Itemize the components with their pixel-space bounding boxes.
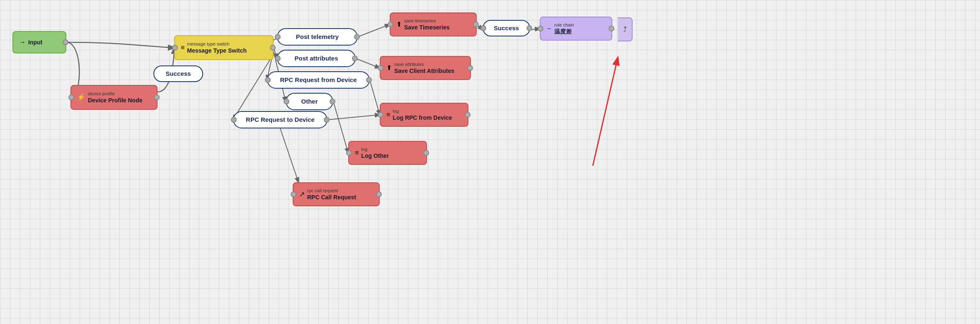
save-attributes-label-top: save attributes xyxy=(394,61,454,67)
rrtd-connector-right[interactable] xyxy=(324,117,330,123)
save-timeseries-node[interactable]: ⬆ save timeseries Save Timeseries xyxy=(390,12,477,36)
device-profile-icon: ⚡ xyxy=(77,93,85,101)
log-other-label-top: log xyxy=(361,146,389,152)
sa-connector-left[interactable] xyxy=(378,65,383,71)
svg-line-0 xyxy=(593,58,618,166)
success-right-label: Success xyxy=(494,24,519,32)
rpc-call-request-icon: ↗ xyxy=(299,190,305,198)
rpc-call-request-node[interactable]: ↗ rpc call request RPC Call Request xyxy=(293,182,380,206)
st-connector-right[interactable] xyxy=(473,22,479,27)
rule-chain-icon: ↔ xyxy=(546,25,552,31)
lo-connector-left[interactable] xyxy=(346,150,352,156)
pt-connector-right[interactable] xyxy=(354,34,360,40)
success-left-label: Success xyxy=(166,70,191,78)
log-other-node[interactable]: ≡ log Log Other xyxy=(348,141,427,165)
log-other-label-bottom: Log Other xyxy=(361,152,389,160)
rcr-connector-right[interactable] xyxy=(376,191,382,197)
success-right-node[interactable]: Success xyxy=(483,20,530,36)
rule-chain-label-top: rule chain xyxy=(554,22,574,28)
log-rpc-label-bottom: Log RPC from Device xyxy=(393,114,452,121)
save-timeseries-icon: ⬆ xyxy=(396,20,402,28)
success-left-node[interactable]: Success xyxy=(153,65,203,82)
log-rpc-label-top: log xyxy=(393,108,452,114)
sr-connector-left[interactable] xyxy=(480,25,486,31)
pa-connector-right[interactable] xyxy=(352,56,358,61)
mts-icon: ≡ xyxy=(181,44,184,51)
device-profile-label-bottom: Device Profile Node xyxy=(88,97,143,104)
log-other-icon: ≡ xyxy=(355,149,359,157)
sa-connector-right[interactable] xyxy=(467,65,473,71)
st-connector-left[interactable] xyxy=(388,22,393,27)
lrpc-connector-right[interactable] xyxy=(465,112,471,118)
post-telemetry-node[interactable]: Post telemetry xyxy=(277,28,358,46)
rpc-call-request-label-bottom: RPC Call Request xyxy=(307,193,356,201)
post-telemetry-label: Post telemetry xyxy=(296,33,339,41)
lrpc-connector-left[interactable] xyxy=(378,112,383,118)
mts-label-top: message type switch xyxy=(187,41,247,47)
save-attributes-node[interactable]: ⬆ save attributes Save Client Attributes xyxy=(380,56,471,80)
rule-chain-external-icon[interactable]: ⤴ xyxy=(618,17,633,41)
mts-connector-left[interactable] xyxy=(172,45,178,51)
input-connector-right[interactable] xyxy=(63,39,68,45)
rpc-request-to-device-node[interactable]: RPC Request to Device xyxy=(233,111,327,128)
device-profile-node[interactable]: ⚡ device profile Device Profile Node xyxy=(70,85,158,110)
message-type-switch-node[interactable]: ≡ message type switch Message Type Switc… xyxy=(174,35,274,60)
post-attributes-label: Post attributes xyxy=(294,54,338,63)
device-profile-connector-right[interactable] xyxy=(154,94,160,100)
rpc-request-to-device-label: RPC Request to Device xyxy=(246,116,315,124)
rrfd-connector-right[interactable] xyxy=(366,77,372,83)
save-timeseries-label-top: save timeseries xyxy=(404,18,450,24)
other-label: Other xyxy=(301,97,318,106)
device-profile-connector-left[interactable] xyxy=(68,94,74,100)
pa-connector-left[interactable] xyxy=(275,56,281,61)
post-attributes-node[interactable]: Post attributes xyxy=(277,50,356,67)
rule-chain-node[interactable]: ↔ rule chain 温度差 xyxy=(540,17,612,41)
input-node[interactable]: → Input xyxy=(12,31,66,53)
lo-connector-right[interactable] xyxy=(423,150,429,156)
log-rpc-node[interactable]: ≡ log Log RPC from Device xyxy=(380,103,468,127)
input-label: Input xyxy=(28,39,42,46)
mts-label-bottom: Message Type Switch xyxy=(187,47,247,54)
save-attributes-label-bottom: Save Client Attributes xyxy=(394,67,454,75)
other-connector-left[interactable] xyxy=(284,99,289,104)
rcr-connector-left[interactable] xyxy=(291,191,296,197)
rpc-request-from-device-node[interactable]: RPC Request from Device xyxy=(267,71,370,89)
rpc-call-request-label-top: rpc call request xyxy=(307,188,356,193)
device-profile-label-top: device profile xyxy=(88,91,143,97)
other-node[interactable]: Other xyxy=(286,93,333,110)
input-icon: → xyxy=(19,39,26,46)
rule-chain-label-bottom: 温度差 xyxy=(554,28,574,35)
rrtd-connector-left[interactable] xyxy=(231,117,237,123)
save-attributes-icon: ⬆ xyxy=(386,64,392,72)
rrfd-connector-left[interactable] xyxy=(265,77,271,83)
mts-connector-right[interactable] xyxy=(270,45,276,51)
log-rpc-icon: ≡ xyxy=(386,111,390,118)
sr-connector-right[interactable] xyxy=(526,25,532,31)
rc-connector-right[interactable] xyxy=(609,26,614,31)
rc-connector-left[interactable] xyxy=(538,26,543,31)
other-connector-right[interactable] xyxy=(330,99,335,104)
save-timeseries-label-bottom: Save Timeseries xyxy=(404,24,450,31)
rpc-request-from-device-label: RPC Request from Device xyxy=(280,76,357,84)
pt-connector-left[interactable] xyxy=(275,34,281,40)
